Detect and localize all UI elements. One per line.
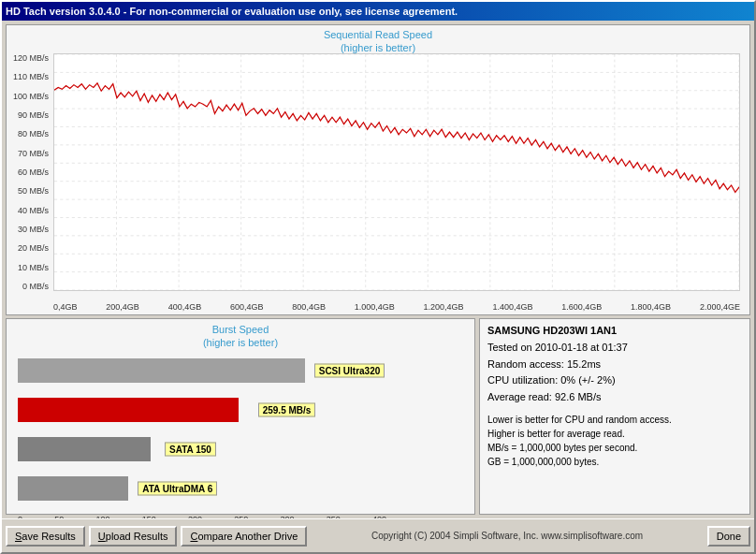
- x-label-1400: 1.400,4GB: [492, 302, 532, 312]
- burst-bar-ata: ATA UltraDMA 6: [18, 475, 386, 502]
- x-axis: 0,4GB 200,4GB 400,4GB 600,4GB 800,4GB 1.…: [53, 302, 740, 312]
- chart-svg: [54, 54, 739, 290]
- x-label-0: 0,4GB: [53, 302, 78, 312]
- done-button[interactable]: Done: [707, 526, 750, 547]
- x-label-800: 800,4GB: [292, 302, 326, 312]
- y-label-20: 20 MB/s: [7, 243, 51, 253]
- sequential-chart: Sequential Read Speed (higher is better)…: [6, 24, 750, 315]
- ata-label: ATA UltraDMA 6: [138, 481, 217, 495]
- y-label-30: 30 MB/s: [7, 225, 51, 234]
- burst-x-axis: 0 50 100 150 200 250 300 350 400: [18, 515, 386, 518]
- y-label-40: 40 MB/s: [7, 206, 51, 215]
- footer-buttons: Save Results Upload Results Compare Anot…: [6, 526, 307, 547]
- burst-bar-sata: SATA 150: [18, 436, 386, 462]
- compare-another-drive-button[interactable]: Compare Another Drive: [181, 526, 307, 547]
- x-label-1200: 1.200,4GB: [424, 302, 464, 312]
- burst-chart-title: Burst Speed (higher is better): [10, 323, 471, 350]
- y-label-0: 0 MB/s: [7, 282, 51, 291]
- drive-name: SAMSUNG HD203WI 1AN1: [487, 325, 742, 336]
- drive-info: Tested on 2010-01-18 at 01:37 Random acc…: [487, 340, 742, 405]
- main-window: HD Tach version 3.0.4.0 - For non-commer…: [0, 0, 756, 554]
- x-label-600: 600,4GB: [230, 302, 264, 312]
- y-label-100: 100 MB/s: [7, 92, 51, 101]
- y-axis: 0 MB/s 10 MB/s 20 MB/s 30 MB/s 40 MB/s 5…: [7, 53, 51, 291]
- x-label-1000: 1.000,4GB: [355, 302, 395, 312]
- chart-drawing-area: [53, 53, 740, 291]
- copyright-text: Copyright (C) 2004 Simpli Software, Inc.…: [311, 531, 703, 541]
- y-label-120: 120 MB/s: [7, 53, 51, 63]
- burst-bar-current: 259.5 MB/s: [18, 397, 386, 423]
- x-label-1600: 1.600,4GB: [561, 302, 602, 312]
- y-label-80: 80 MB/s: [7, 129, 51, 138]
- x-label-400: 400,4GB: [168, 302, 202, 312]
- y-label-60: 60 MB/s: [7, 168, 51, 177]
- sequential-chart-title: Sequential Read Speed (higher is better): [7, 25, 749, 55]
- burst-bars: SCSI Ultra320 259.5 MB/s SATA 150: [18, 357, 386, 502]
- x-label-200: 200,4GB: [106, 302, 139, 312]
- bottom-section: Burst Speed (higher is better) SCSI Ultr…: [6, 318, 750, 515]
- footer: Save Results Upload Results Compare Anot…: [2, 518, 754, 552]
- y-label-70: 70 MB/s: [7, 149, 51, 158]
- save-underline: Save Results: [15, 531, 76, 542]
- compare-underline: Compare Another Drive: [190, 531, 298, 542]
- upload-results-button[interactable]: Upload Results: [89, 526, 178, 547]
- y-label-50: 50 MB/s: [7, 186, 51, 196]
- x-label-2000: 2.000,4GE: [700, 302, 740, 312]
- save-results-button[interactable]: Save Results: [6, 526, 85, 547]
- window-title: HD Tach version 3.0.4.0 - For non-commer…: [6, 6, 458, 17]
- y-label-10: 10 MB/s: [7, 263, 51, 272]
- scsi-label: SCSI Ultra320: [314, 363, 385, 377]
- x-label-1800: 1.800,4GB: [631, 302, 671, 312]
- y-label-110: 110 MB/s: [7, 72, 51, 81]
- burst-bar-scsi: SCSI Ultra320: [18, 357, 386, 384]
- y-label-90: 90 MB/s: [7, 110, 51, 120]
- title-bar: HD Tach version 3.0.4.0 - For non-commer…: [2, 2, 754, 21]
- upload-underline: Upload Results: [98, 531, 168, 542]
- content-area: Sequential Read Speed (higher is better)…: [2, 21, 754, 518]
- sata-label: SATA 150: [165, 442, 216, 456]
- info-panel: SAMSUNG HD203WI 1AN1 Tested on 2010-01-1…: [479, 318, 750, 515]
- burst-speed-panel: Burst Speed (higher is better) SCSI Ultr…: [6, 318, 475, 515]
- drive-notes: Lower is better for CPU and random acces…: [487, 413, 742, 469]
- current-label: 259.5 MB/s: [258, 402, 316, 416]
